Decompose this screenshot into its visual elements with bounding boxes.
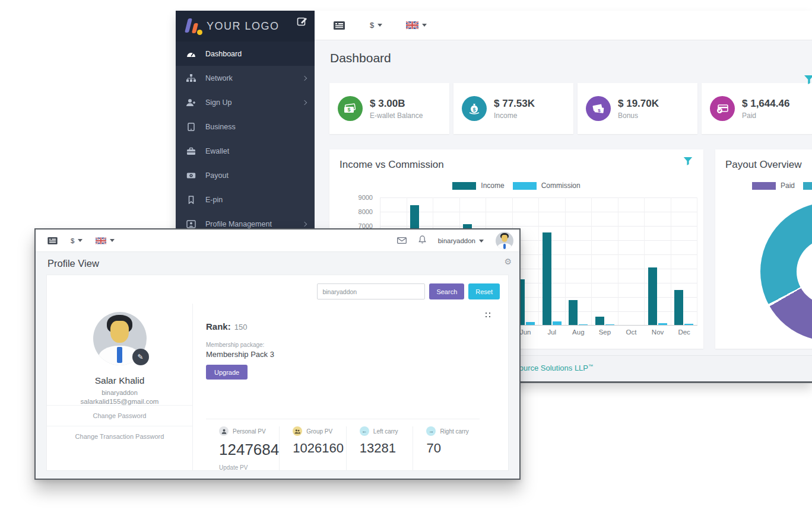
upgrade-button[interactable]: Upgrade: [206, 365, 248, 380]
profile-email: salarkalid155@gmail.com: [47, 398, 192, 405]
bar-group-aug: [566, 197, 592, 325]
stat-value: $ 3.00B: [370, 98, 423, 110]
topbar-avatar[interactable]: [496, 232, 513, 250]
left-carry-stat: ← Left carry 13281: [347, 426, 414, 471]
commission-bar: [605, 324, 614, 325]
chevron-right-icon: [302, 75, 307, 80]
reset-button[interactable]: Reset: [468, 283, 500, 299]
stat-label: Bonus: [618, 111, 659, 120]
x-tick: Oct: [618, 329, 645, 336]
group-icon: [293, 426, 302, 436]
uk-flag-icon: [406, 21, 418, 29]
income-swatch: [452, 182, 476, 190]
user-menu[interactable]: binaryaddon: [438, 237, 484, 244]
stat-card-paid: $ 1,644.46 Paid: [702, 83, 812, 134]
caret-down-icon: [479, 240, 484, 243]
legend-second: [803, 182, 812, 190]
currency-symbol: $: [71, 237, 74, 244]
money-bag-icon: $: [462, 96, 487, 121]
edit-logo-icon[interactable]: [297, 16, 307, 27]
search-row: Search Reset: [317, 283, 500, 299]
person-icon: [219, 426, 229, 436]
currency-dropdown[interactable]: $: [370, 21, 382, 30]
dashboard-topbar: $: [315, 11, 812, 40]
income-bar: [543, 232, 551, 325]
bell-icon[interactable]: [418, 235, 426, 246]
mail-icon[interactable]: [397, 235, 407, 246]
filter-funnel-icon[interactable]: [683, 157, 693, 166]
sidebar-item-label: Sign Up: [205, 98, 303, 107]
username-label: binaryaddon: [438, 237, 475, 244]
x-tick: Dec: [671, 329, 697, 336]
gear-icon[interactable]: ⚙: [504, 257, 512, 266]
list-menu-icon[interactable]: [47, 237, 58, 244]
sidebar-item-label: Payout: [205, 171, 306, 180]
sidebar-item-label: Profile Management: [205, 220, 303, 228]
filter-funnel-icon[interactable]: [804, 75, 812, 84]
sidebar-item-ewallet[interactable]: Ewallet: [176, 139, 315, 163]
pv-label: Personal PV: [233, 428, 266, 435]
legend-label: Income: [481, 181, 504, 190]
stat-value: $ 19.70K: [618, 98, 659, 110]
pv-value: 70: [426, 441, 480, 456]
chevron-right-icon: [302, 221, 307, 226]
svg-text:$: $: [347, 107, 350, 113]
payout-donut-chart: [760, 202, 812, 341]
legend-label: Paid: [781, 181, 795, 190]
income-bar: [569, 300, 578, 325]
language-dropdown[interactable]: [406, 21, 427, 29]
change-password-link[interactable]: Change Password: [47, 405, 192, 426]
id-card-icon: [186, 219, 196, 228]
edit-avatar-icon[interactable]: ✎: [132, 349, 149, 365]
change-transaction-password-link[interactable]: Change Transaction Password: [47, 426, 192, 447]
income-bar: [648, 267, 657, 325]
sidebar-item-dashboard[interactable]: Dashboard: [176, 42, 315, 66]
svg-text:$: $: [598, 108, 601, 113]
list-menu-icon[interactable]: [334, 21, 345, 30]
legend-commission: Commission: [513, 181, 581, 190]
svg-text:$: $: [472, 107, 475, 113]
briefcase-icon: [186, 146, 196, 155]
profile-username: binaryaddon: [47, 389, 192, 396]
profile-summary: ✎ Salar Khalid binaryaddon salarkalid155…: [47, 304, 193, 470]
profile-window: $ binaryaddon: [34, 228, 521, 480]
page-title: Profile View: [47, 258, 99, 269]
sidebar-item-label: Business: [205, 123, 306, 131]
language-dropdown[interactable]: [96, 237, 115, 244]
membership-package-label: Membership package:: [206, 342, 496, 348]
commission-bar: [684, 324, 693, 325]
stat-label: E-wallet Balance: [370, 111, 423, 120]
sidebar-item-e-pin[interactable]: E-pin: [176, 187, 315, 212]
legend-paid: Paid: [752, 181, 795, 190]
sidebar-item-sign-up[interactable]: Sign Up: [176, 90, 315, 114]
sidebar-item-payout[interactable]: Payout: [176, 163, 315, 187]
currency-dropdown[interactable]: $: [71, 237, 83, 244]
update-pv-link[interactable]: Update PV: [219, 464, 279, 471]
pv-label: Group PV: [306, 428, 332, 435]
x-tick: Jul: [538, 329, 565, 336]
footer-copyright: Source Solutions LLP™: [514, 364, 593, 372]
sidebar-item-label: Dashboard: [205, 50, 306, 58]
cash-stack-icon: $: [586, 96, 611, 121]
wallet-cash-icon: $: [338, 96, 363, 121]
caret-down-icon: [378, 24, 382, 27]
profile-details: Rank:150 Membership package: Membership …: [206, 304, 496, 470]
commission-swatch: [513, 182, 537, 190]
group-pv-stat: Group PV 1026160: [280, 426, 347, 471]
tablet-icon: [186, 122, 196, 131]
bar-group-sep: [592, 197, 618, 325]
rank-label: Rank:: [206, 321, 231, 332]
search-input[interactable]: [317, 283, 425, 299]
membership-package-value: Membership Pack 3: [206, 350, 496, 359]
pv-label: Right carry: [440, 428, 468, 435]
search-button[interactable]: Search: [429, 283, 464, 299]
bar-group-nov: [645, 197, 671, 325]
sidebar-item-business[interactable]: Business: [176, 114, 315, 139]
chart-legend: Income Commission: [329, 181, 703, 190]
panel-title: Payout Overview: [725, 159, 802, 171]
card-check-icon: [710, 96, 735, 121]
trademark-symbol: ™: [588, 364, 593, 369]
stat-cards-row: $ $ 3.00B E-wallet Balance $ $ 77.53K: [329, 83, 812, 134]
sidebar-item-network[interactable]: Network: [176, 66, 315, 90]
legend-income: Income: [452, 181, 504, 190]
